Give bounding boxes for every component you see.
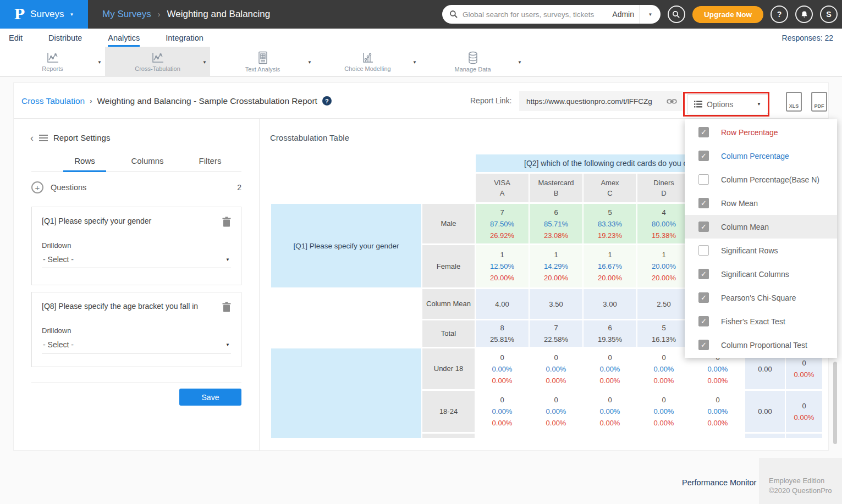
data-cell: 583.33%19.23% — [584, 204, 636, 243]
checkbox-checked-icon[interactable]: ✓ — [698, 316, 709, 326]
data-cell: 3.50 — [530, 289, 582, 319]
chevron-down-icon: ▼ — [70, 12, 74, 17]
report-link-field[interactable]: https://www.questionpro.com/t/lFFCZg — [519, 91, 683, 111]
breadcrumb-my-surveys-link[interactable]: My Surveys — [102, 9, 151, 20]
options-menu-item[interactable]: ✓Column Proportional Test — [685, 333, 837, 357]
question-text: [Q1] Please specify your gender — [42, 217, 222, 225]
module-label: Cross-Tabulation — [135, 65, 180, 72]
product-menu-label: Surveys — [30, 9, 64, 20]
options-menu-item[interactable]: Column Percentage(Base N) — [685, 168, 837, 191]
tab-rows[interactable]: Rows — [53, 154, 116, 171]
data-cell: 00.00%0.00% — [584, 348, 636, 389]
options-menu-item[interactable]: ✓Column Mean — [685, 215, 837, 239]
data-cell: 619.35% — [584, 320, 636, 347]
options-menu-item[interactable]: ✓Column Percentage — [685, 144, 837, 168]
chevron-down-icon[interactable]: ▼ — [518, 59, 522, 64]
chevron-down-icon[interactable]: ▼ — [202, 59, 207, 64]
help-icon[interactable]: ? — [322, 96, 332, 106]
options-menu-item-label: Column Percentage — [721, 152, 789, 160]
data-cell: 00.00%0.00% — [476, 348, 529, 389]
export-pdf-button[interactable]: PDF — [811, 92, 827, 112]
question-card: [Q8] Please specify the age bracket you … — [31, 292, 241, 367]
table-scrollbar[interactable] — [833, 362, 837, 444]
chevron-down-icon: ▼ — [225, 342, 230, 347]
tab-columns[interactable]: Columns — [116, 154, 179, 171]
tab-filters[interactable]: Filters — [179, 154, 241, 171]
delete-question-button[interactable] — [222, 302, 231, 314]
options-button[interactable]: Options ▼ — [687, 94, 768, 114]
chevron-down-icon[interactable]: ▼ — [97, 59, 102, 64]
drilldown-value: - Select - — [43, 340, 225, 349]
checkbox-checked-icon[interactable]: ✓ — [698, 127, 709, 137]
notifications-button[interactable] — [795, 5, 813, 23]
checkbox-checked-icon[interactable]: ✓ — [698, 221, 709, 232]
search-scope-value[interactable]: Admin — [612, 10, 634, 19]
save-button[interactable]: Save — [179, 389, 241, 406]
data-cell: 00.00%0.00% — [530, 348, 582, 389]
data-cell: 00.00%0.00% — [637, 391, 690, 432]
product-menu[interactable]: P Surveys ▼ — [0, 0, 88, 29]
options-menu-item[interactable]: ✓Fisher's Exact Test — [685, 309, 837, 333]
nav-distribute[interactable]: Distribute — [48, 29, 82, 47]
module-label: Text Analysis — [245, 66, 280, 73]
nav-analytics[interactable]: Analytics — [108, 29, 140, 47]
options-menu-item-label: Column Proportional Test — [721, 341, 807, 350]
report-settings-header[interactable]: ‹ Report Settings — [30, 133, 110, 142]
report-title: Weighting and Balancing - Sample Crossta… — [97, 96, 317, 106]
search-input[interactable] — [463, 10, 612, 19]
column-header: VISAA — [476, 174, 529, 202]
row-mean-cell: 0.00 — [745, 391, 785, 432]
nav-edit[interactable]: Edit — [9, 29, 23, 47]
add-question-button[interactable]: + — [31, 181, 43, 193]
options-menu-item[interactable]: ✓Row Mean — [685, 191, 837, 215]
delete-question-button[interactable] — [222, 217, 231, 229]
module-text-analysis[interactable]: Text Analysis ▼ — [210, 47, 315, 77]
module-choice-modelling[interactable]: Choice Modelling ▼ — [315, 47, 420, 77]
cross-tabulation-link[interactable]: Cross Tabulation — [21, 96, 85, 106]
search-button[interactable] — [668, 5, 685, 23]
breadcrumb: My Surveys › Weighting and Balancing — [102, 9, 270, 20]
drilldown-select[interactable]: - Select - ▼ — [42, 250, 231, 268]
avatar[interactable]: S — [820, 5, 838, 23]
options-menu-item[interactable]: ✓Row Percentage — [685, 120, 837, 144]
options-menu-item[interactable]: Significant Rows — [685, 239, 837, 262]
module-reports[interactable]: Reports ▼ — [0, 47, 105, 77]
module-cross-tabulation[interactable]: Cross-Tabulation ▼ — [105, 47, 210, 77]
module-manage-data[interactable]: Manage Data ▼ — [420, 47, 525, 77]
options-menu-item[interactable]: ✓Significant Columns — [685, 262, 837, 286]
checkbox-unchecked-icon[interactable] — [698, 174, 709, 185]
options-menu-item[interactable]: ✓Pearson's Chi-Square — [685, 286, 837, 309]
checkbox-checked-icon[interactable]: ✓ — [698, 269, 709, 279]
global-search[interactable]: Admin ▼ — [442, 5, 661, 24]
collapse-panel-icon[interactable]: ‹ — [30, 134, 34, 142]
performance-monitor-link[interactable]: Performance Monitor — [682, 478, 756, 487]
help-button[interactable]: ? — [771, 5, 788, 23]
data-cell: 480.00%15.38% — [637, 204, 690, 243]
row-label: Female — [422, 245, 475, 287]
chevron-down-icon[interactable]: ▼ — [307, 59, 312, 64]
report-url[interactable]: https://www.questionpro.com/t/lFFCZg — [526, 97, 667, 106]
search-scope-dropdown[interactable]: ▼ — [640, 5, 661, 24]
checkbox-checked-icon[interactable]: ✓ — [698, 151, 709, 161]
row-question-cell — [271, 348, 421, 438]
data-cell: 00.00%0.00% — [691, 391, 744, 432]
checkbox-checked-icon[interactable]: ✓ — [698, 198, 709, 208]
chevron-down-icon[interactable]: ▼ — [412, 59, 417, 64]
options-button-label: Options — [707, 100, 752, 109]
checkbox-checked-icon[interactable]: ✓ — [698, 292, 709, 303]
options-menu-item-label: Significant Rows — [721, 246, 778, 255]
export-xls-button[interactable]: XLS — [786, 92, 802, 112]
link-icon[interactable] — [667, 96, 677, 107]
nav-integration[interactable]: Integration — [166, 29, 203, 47]
options-menu-item-label: Row Percentage — [721, 128, 778, 137]
line-chart-icon — [46, 52, 59, 64]
row-label: Male — [422, 204, 475, 243]
options-menu-item-label: Column Mean — [721, 223, 769, 231]
checkbox-checked-icon[interactable]: ✓ — [698, 340, 709, 350]
column-header: DinersD — [637, 174, 690, 202]
checkbox-unchecked-icon[interactable] — [698, 245, 709, 256]
drilldown-select[interactable]: - Select - ▼ — [42, 335, 231, 353]
upgrade-now-button[interactable]: Upgrade Now — [692, 6, 763, 23]
data-cell: 00.00%0.00% — [476, 391, 529, 432]
data-cell — [476, 434, 529, 438]
